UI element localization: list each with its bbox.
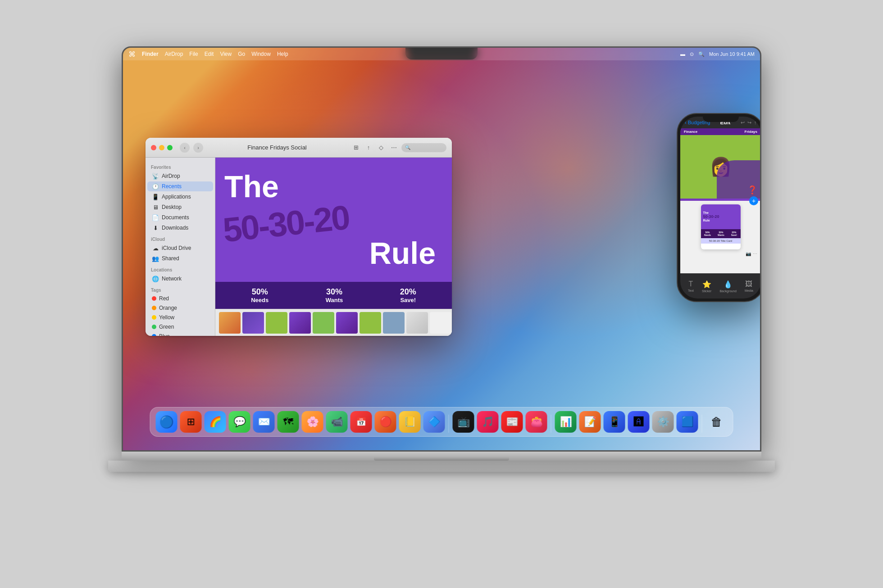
- dock-wallet[interactable]: 👛: [526, 411, 547, 433]
- dock-pages[interactable]: 📝: [579, 411, 601, 433]
- tag-button[interactable]: ◇: [376, 143, 386, 153]
- filmstrip-thumb-7[interactable]: [360, 312, 381, 334]
- sidebar-item-red[interactable]: Red: [147, 294, 213, 303]
- iphone-camera-icon[interactable]: 📷: [746, 251, 751, 256]
- iphone-tool-background[interactable]: 💧 Background: [719, 280, 736, 293]
- dock-facetime[interactable]: 📹: [326, 411, 348, 433]
- filmstrip-thumb-1[interactable]: [219, 312, 241, 334]
- sidebar-item-recents[interactable]: 🕐 Recents: [147, 181, 213, 191]
- text-icon: T: [689, 280, 693, 288]
- iphone-more-icon[interactable]: ⋯: [753, 251, 757, 256]
- iphone-finance-card-top: Finance Fridays 👩 ❓: [680, 128, 760, 201]
- iphone-mini-card[interactable]: The 50-30-20 Rule 50%Needs 30%Wants 20%S…: [701, 204, 741, 249]
- filmstrip-thumb-4[interactable]: [289, 312, 311, 334]
- stat-needs: 50% Needs: [251, 287, 269, 303]
- sidebar-item-documents[interactable]: 📄 Documents: [147, 213, 213, 222]
- sidebar-item-applications[interactable]: 📱 Applications: [147, 192, 213, 202]
- dock-calendar[interactable]: 📅: [350, 411, 372, 433]
- menu-edit[interactable]: Edit: [205, 51, 214, 57]
- sidebar-item-desktop[interactable]: 🖥 Desktop: [147, 202, 213, 212]
- sidebar-section-icloud: iCloud: [146, 233, 215, 243]
- share-button[interactable]: ↑: [364, 143, 373, 153]
- filmstrip-thumb-6[interactable]: [336, 312, 358, 334]
- menu-window[interactable]: Window: [251, 51, 271, 57]
- minimize-button[interactable]: [159, 145, 164, 150]
- finder-toolbar: ‹ › Finance Fridays Social ⊞ ↑ ◇ ⋯ 🔍: [146, 138, 452, 158]
- sidebar-item-yellow[interactable]: Yellow: [147, 313, 213, 322]
- iphone-tool-text[interactable]: T Text: [688, 280, 694, 292]
- dock-arc[interactable]: 🌈: [205, 411, 226, 433]
- background-icon: 💧: [724, 280, 733, 289]
- dock-finder[interactable]: 🔵: [156, 411, 178, 433]
- menubar-right: ▬ ⊙ 🔍 Mon Jun 10 9:41 AM: [680, 51, 755, 57]
- view-toggle[interactable]: ⊞: [351, 143, 361, 153]
- menu-view[interactable]: View: [220, 51, 232, 57]
- dock-messages[interactable]: 💬: [229, 411, 250, 433]
- sidebar-item-green[interactable]: Green: [147, 322, 213, 331]
- dock-numbers[interactable]: 📊: [555, 411, 577, 433]
- search-icon[interactable]: 🔍: [698, 51, 705, 57]
- search-input[interactable]: 🔍: [401, 143, 446, 152]
- numbers-icon: 📊: [560, 416, 572, 428]
- dock-app-store[interactable]: 🅰: [628, 411, 650, 433]
- sidebar-section-favorites: Favorites: [146, 161, 215, 171]
- laptop-stand: [122, 452, 761, 461]
- menu-go[interactable]: Go: [238, 51, 245, 57]
- filmstrip-thumb-8[interactable]: [383, 312, 405, 334]
- dock-reminders[interactable]: 🔴: [375, 411, 396, 433]
- menu-help[interactable]: Help: [277, 51, 288, 57]
- finder-sidebar: Favorites 📡 AirDrop 🕐 Recents 📱 Applicat…: [146, 158, 215, 336]
- tv-icon: 📺: [457, 416, 469, 428]
- sidebar-item-airdrop[interactable]: 📡 AirDrop: [147, 171, 213, 181]
- back-button[interactable]: ‹: [180, 143, 190, 153]
- iphone-tool-sticker[interactable]: ⭐ Sticker: [702, 280, 711, 293]
- menu-file[interactable]: AirDrop: [165, 51, 183, 57]
- maximize-button[interactable]: [167, 145, 173, 150]
- main-finance-display: The 50-30-20 Rule 50% Needs: [215, 158, 452, 309]
- dock-photos[interactable]: 🌸: [302, 411, 323, 433]
- sidebar-item-network[interactable]: 🌐 Network: [147, 274, 213, 284]
- dock-separator-1: [449, 415, 449, 433]
- apple-menu[interactable]: ⌘: [128, 50, 136, 59]
- sidebar-item-shared[interactable]: 👥 Shared: [147, 253, 213, 263]
- dock-launchpad[interactable]: ⊞: [180, 411, 202, 433]
- filmstrip-thumb-2[interactable]: [242, 312, 264, 334]
- iphone-redo[interactable]: ↪: [747, 120, 751, 126]
- filmstrip-thumb-10[interactable]: [430, 312, 451, 334]
- sidebar-item-downloads[interactable]: ⬇ Downloads: [147, 223, 213, 233]
- dock-mail[interactable]: ✉️: [253, 411, 275, 433]
- dock-freeform[interactable]: 🔷: [423, 411, 445, 433]
- iphone-add-button[interactable]: +: [749, 196, 758, 205]
- filmstrip-thumb-9[interactable]: [406, 312, 428, 334]
- dock-wrapper: 🔵 ⊞ 🌈 💬 ✉️ 🗺: [150, 407, 733, 437]
- sidebar-item-icloud-drive[interactable]: ☁ iCloud Drive: [147, 243, 213, 253]
- freeform-icon: 🔷: [428, 416, 440, 428]
- close-button[interactable]: [151, 145, 156, 150]
- dock-news[interactable]: 📰: [501, 411, 523, 433]
- dock-terminal[interactable]: 🟦: [677, 411, 698, 433]
- dock-system-prefs[interactable]: ⚙️: [652, 411, 674, 433]
- more-button[interactable]: ⋯: [389, 143, 399, 153]
- sidebar-item-blue[interactable]: Blue: [147, 332, 213, 336]
- iphone-tool-media[interactable]: 🖼 Media: [745, 280, 753, 292]
- dock-iphone-mirror[interactable]: 📱: [604, 411, 625, 433]
- network-icon: 🌐: [152, 275, 159, 282]
- filmstrip-thumb-5[interactable]: [313, 312, 334, 334]
- app-name[interactable]: Finder: [142, 51, 159, 57]
- sidebar-section-locations: Locations: [146, 264, 215, 273]
- filmstrip-thumb-3[interactable]: [266, 312, 287, 334]
- dock-notes[interactable]: 📒: [399, 411, 421, 433]
- arc-icon: 🌈: [209, 416, 221, 428]
- menu-file-item[interactable]: File: [189, 51, 198, 57]
- stat-save: 20% Save!: [400, 287, 416, 303]
- forward-button[interactable]: ›: [193, 143, 203, 153]
- dock-tv[interactable]: 📺: [453, 411, 474, 433]
- calendar-icon: 📅: [356, 417, 366, 427]
- iphone-share[interactable]: ↑: [754, 120, 757, 125]
- dock-maps[interactable]: 🗺: [278, 411, 299, 433]
- iphone-undo[interactable]: ↩: [741, 120, 745, 126]
- laptop-base: [108, 461, 775, 472]
- dock-music[interactable]: 🎵: [477, 411, 499, 433]
- sidebar-item-orange[interactable]: Orange: [147, 303, 213, 312]
- dock-trash[interactable]: 🗑: [706, 411, 728, 433]
